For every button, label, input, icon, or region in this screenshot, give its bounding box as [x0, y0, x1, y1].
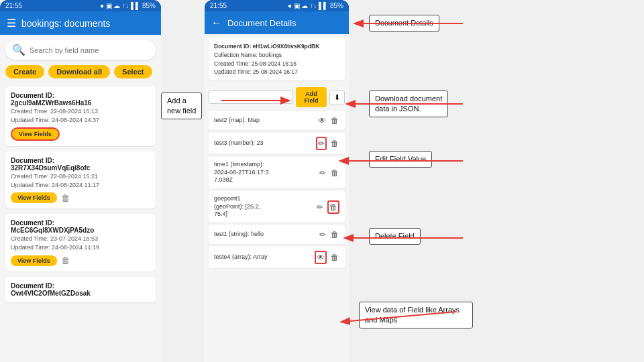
- delete-doc-2-icon[interactable]: 🗑: [61, 193, 70, 203]
- doc-detail-collection: Collection Name: bookings: [214, 51, 339, 60]
- field-item-test3: test3 (number): 23 ✏ 🗑: [209, 133, 345, 154]
- menu-icon[interactable]: ☰: [7, 17, 16, 29]
- field-actions-test3: ✏ 🗑: [316, 137, 339, 150]
- view-fields-btn-1[interactable]: View Fields: [11, 127, 60, 141]
- doc-detail-created: Created Time: 25-08-2024 16:16: [214, 60, 339, 68]
- delete-field-test3-btn[interactable]: 🗑: [330, 138, 339, 149]
- select-button[interactable]: Select: [114, 65, 152, 78]
- callout-view-data-field: View data of Field like Arrays and Maps: [359, 302, 473, 328]
- delete-field-goepoint1-btn[interactable]: 🗑: [327, 200, 339, 214]
- back-icon[interactable]: ←: [211, 17, 222, 29]
- right-top-bar: ← Document Details: [205, 11, 349, 34]
- field-item-time1: time1 (timestamp): 2024-08-27T16:17:3 7.…: [209, 157, 345, 188]
- delete-doc-3-icon[interactable]: 🗑: [61, 255, 70, 265]
- field-text-time1: time1 (timestamp): 2024-08-27T16:17:3 7.…: [214, 161, 319, 184]
- doc-card-1: Document ID:2gcuI9aMZWrBaws6Ha16 Created…: [5, 86, 156, 146]
- left-title: bookings: documents: [21, 18, 110, 29]
- doc-id-3: Document ID:McEC6GqI8XWDXjPA5dzo: [11, 219, 150, 234]
- doc-2-actions: View Fields 🗑: [11, 192, 150, 203]
- delete-field-test2-btn[interactable]: 🗑: [330, 115, 339, 126]
- left-top-bar: ☰ bookings: documents: [0, 11, 161, 35]
- right-content: Document ID: eH1wLiO9X6tivsK9pdBK Collec…: [205, 34, 349, 362]
- field-text-test2: test2 (map): Map: [214, 117, 317, 125]
- callout-download-json: Download documentdata in JSON.: [369, 90, 448, 117]
- left-time: 21:55: [5, 2, 22, 9]
- delete-field-test1-btn[interactable]: 🗑: [330, 229, 339, 240]
- doc-1-actions: View Fields: [11, 127, 150, 141]
- search-bar[interactable]: 🔍: [5, 40, 156, 60]
- left-status-icons: ● ▣ ☁ ↑↓ ▌▌ 85%: [100, 2, 156, 9]
- documents-list: Document ID:2gcuI9aMZWrBaws6Ha16 Created…: [0, 84, 161, 362]
- doc-card-2: Document ID:32R7X34DsumVqEqi8ofc Created…: [5, 152, 156, 208]
- doc-card-4: Document ID:Owt4VIC2OfMetGZDosak: [5, 277, 156, 302]
- field-text-test1: test1 (string): hello: [214, 231, 319, 239]
- field-actions-time1: ✏ 🗑: [319, 168, 339, 178]
- download-json-button[interactable]: ⬇: [329, 90, 345, 105]
- view-fields-btn-2[interactable]: View Fields: [11, 192, 57, 203]
- action-buttons: Create Download all Select: [0, 65, 161, 84]
- doc-info-2: Created Time: 22-08-2024 15:21Updated Ti…: [11, 172, 150, 189]
- doc-id-2: Document ID:32R7X34DsumVqEqi8ofc: [11, 157, 150, 172]
- field-name-input[interactable]: [209, 90, 293, 104]
- doc-id-4: Document ID:Owt4VIC2OfMetGZDosak: [11, 282, 150, 297]
- doc-id-1: Document ID:2gcuI9aMZWrBaws6Ha16: [11, 92, 150, 107]
- view-field-test2-btn[interactable]: 👁: [317, 115, 327, 126]
- left-status-bar: 21:55 ● ▣ ☁ ↑↓ ▌▌ 85%: [0, 0, 161, 11]
- right-status-icons: ● ▣ ☁ ↑↓ ▌▌ 85%: [288, 2, 343, 9]
- annotation-area: 21:55 ● ▣ ☁ ↑↓ ▌▌ 85% ← Document Details…: [161, 0, 500, 362]
- field-actions-test1: ✏ 🗑: [319, 229, 339, 240]
- right-status-bar: 21:55 ● ▣ ☁ ↑↓ ▌▌ 85%: [205, 0, 349, 11]
- view-fields-btn-3[interactable]: View Fields: [11, 255, 57, 266]
- view-field-teste4-btn[interactable]: 👁: [315, 251, 327, 264]
- edit-field-time1-btn[interactable]: ✏: [319, 168, 327, 178]
- field-text-test3: test3 (number): 23: [214, 139, 316, 147]
- delete-field-time1-btn[interactable]: 🗑: [330, 168, 339, 178]
- doc-detail-id: Document ID: eH1wLiO9X6tivsK9pdBK: [214, 42, 339, 51]
- field-text-goepoint1: goepoint1 (geoPoint): [25.2, 75.4]: [214, 195, 316, 219]
- doc-3-actions: View Fields 🗑: [11, 255, 150, 266]
- search-icon: 🔍: [12, 44, 25, 56]
- left-content: 🔍 Create Download all Select Document ID…: [0, 35, 161, 362]
- field-actions-teste4: 👁 🗑: [315, 251, 339, 264]
- add-field-row: Add Field ⬇: [205, 84, 349, 110]
- field-actions-test2: 👁 🗑: [317, 115, 339, 126]
- callout-add-new-field: Add anew field: [161, 93, 202, 119]
- field-item-test1: test1 (string): hello ✏ 🗑: [209, 225, 345, 244]
- doc-card-3: Document ID:McEC6GqI8XWDXjPA5dzo Created…: [5, 214, 156, 271]
- edit-field-test1-btn[interactable]: ✏: [319, 229, 327, 240]
- callout-delete-field: Delete Field: [369, 228, 421, 245]
- right-title: Document Details: [227, 18, 297, 28]
- callout-document-details: Document Details: [369, 15, 439, 32]
- search-input[interactable]: [30, 46, 149, 54]
- create-button[interactable]: Create: [5, 65, 44, 78]
- doc-details-card: Document ID: eH1wLiO9X6tivsK9pdBK Collec…: [209, 38, 345, 80]
- field-item-test2: test2 (map): Map 👁 🗑: [209, 111, 345, 130]
- left-phone: 21:55 ● ▣ ☁ ↑↓ ▌▌ 85% ☰ bookings: docume…: [0, 0, 161, 362]
- right-time: 21:55: [210, 2, 227, 9]
- edit-field-goepoint1-btn[interactable]: ✏: [316, 202, 324, 213]
- field-item-goepoint1: goepoint1 (geoPoint): [25.2, 75.4] ✏ 🗑: [209, 191, 345, 223]
- delete-field-teste4-btn[interactable]: 🗑: [330, 252, 339, 263]
- right-phone: 21:55 ● ▣ ☁ ↑↓ ▌▌ 85% ← Document Details…: [205, 0, 349, 362]
- edit-field-test3-btn[interactable]: ✏: [316, 137, 327, 150]
- fields-list: test2 (map): Map 👁 🗑 test3 (number): 23 …: [205, 110, 349, 362]
- callout-edit-field: Edit Field Value: [369, 151, 432, 168]
- doc-info-1: Created Time: 22-08-2024 15:13Updated Ti…: [11, 107, 150, 124]
- doc-info-3: Created Time: 23-07-2024 16:53Updated Ti…: [11, 235, 150, 251]
- field-item-teste4: teste4 (array): Array 👁 🗑: [209, 247, 345, 268]
- add-field-button[interactable]: Add Field: [296, 87, 327, 107]
- field-actions-goepoint1: ✏ 🗑: [316, 200, 339, 214]
- field-text-teste4: teste4 (array): Array: [214, 253, 315, 261]
- doc-detail-updated: Updated Time: 25-08-2024 16:17: [214, 68, 339, 76]
- download-all-button[interactable]: Download all: [48, 65, 110, 78]
